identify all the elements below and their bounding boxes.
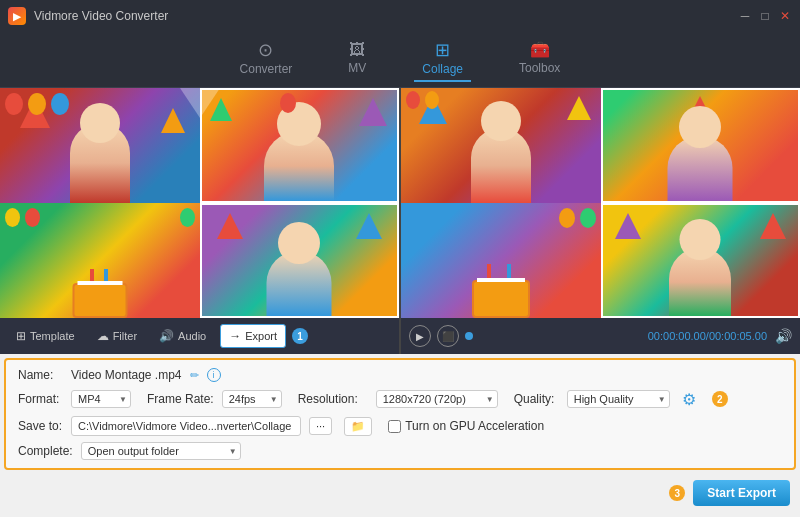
main-content: ⊞ Template ☁ Filter 🔊 Audio → Export 1 [0, 88, 800, 517]
time-display: 00:00:00.00/00:00:05.00 [648, 330, 767, 342]
export-footer: 3 Start Export [0, 474, 800, 512]
left-collage [0, 88, 399, 318]
toolbox-icon: 🧰 [530, 42, 550, 58]
template-label: Template [30, 330, 75, 342]
resolution-select[interactable]: 1280x720 (720p) 1920x1080 (1080p) [376, 390, 498, 408]
name-row: Name: Video Montage .mp4 ✏ i [18, 368, 782, 382]
nav-bar: ⊙ Converter 🖼 MV ⊞ Collage 🧰 Toolbox [0, 32, 800, 88]
nav-collage[interactable]: ⊞ Collage [414, 37, 471, 82]
resolution-label: Resolution: [298, 392, 368, 406]
minimize-button[interactable]: ─ [738, 9, 752, 23]
complete-select[interactable]: Open output folder Do nothing [81, 442, 241, 460]
complete-label: Complete: [18, 444, 73, 458]
progress-dot [465, 332, 473, 340]
title-bar: ▶ Vidmore Video Converter ─ □ ✕ [0, 0, 800, 32]
format-select[interactable]: MP4 AVI MOV [71, 390, 131, 408]
nav-toolbox[interactable]: 🧰 Toolbox [511, 38, 568, 81]
right-panel: ▶ ⬛ 00:00:00.00/00:00:05.00 🔊 [401, 88, 800, 354]
start-export-button[interactable]: Start Export [693, 480, 790, 506]
right-collage-cell-2 [601, 88, 801, 203]
folder-icon-button[interactable]: 📁 [344, 417, 372, 436]
collage-cell-2 [200, 88, 400, 203]
frame-rate-label: Frame Rate: [147, 392, 214, 406]
filter-button[interactable]: ☁ Filter [89, 325, 145, 347]
frame-rate-select[interactable]: 24fps 30fps 60fps [222, 390, 282, 408]
format-label: Format: [18, 392, 63, 406]
right-collage-cell-4 [601, 203, 801, 318]
export-badge: 1 [292, 328, 308, 344]
filter-label: Filter [113, 330, 137, 342]
dual-panels: ⊞ Template ☁ Filter 🔊 Audio → Export 1 [0, 88, 800, 354]
nav-converter[interactable]: ⊙ Converter [232, 37, 301, 82]
right-collage [401, 88, 800, 318]
nav-mv-label: MV [348, 61, 366, 75]
template-icon: ⊞ [16, 329, 26, 343]
stop-button[interactable]: ⬛ [437, 325, 459, 347]
export-icon: → [229, 329, 241, 343]
frame-rate-select-wrapper: 24fps 30fps 60fps [222, 390, 282, 408]
collage-cell-4 [200, 203, 400, 318]
bottom-section: Name: Video Montage .mp4 ✏ i Format: MP4… [0, 354, 800, 512]
export-label: Export [245, 330, 277, 342]
mv-icon: 🖼 [349, 42, 365, 58]
maximize-button[interactable]: □ [758, 9, 772, 23]
close-button[interactable]: ✕ [778, 9, 792, 23]
template-button[interactable]: ⊞ Template [8, 325, 83, 347]
play-button[interactable]: ▶ [409, 325, 431, 347]
nav-mv[interactable]: 🖼 MV [340, 38, 374, 81]
format-row: Format: MP4 AVI MOV Frame Rate: 24fps 30… [18, 388, 782, 410]
export-button[interactable]: → Export [220, 324, 286, 348]
audio-button[interactable]: 🔊 Audio [151, 325, 214, 347]
save-to-row: Save to: ··· 📁 Turn on GPU Acceleration [18, 416, 782, 436]
resolution-select-wrapper: 1280x720 (720p) 1920x1080 (1080p) [376, 390, 498, 408]
collage-cell-1 [0, 88, 200, 203]
right-collage-cell-1 [401, 88, 601, 203]
left-toolbar: ⊞ Template ☁ Filter 🔊 Audio → Export 1 [0, 318, 399, 354]
audio-icon: 🔊 [159, 329, 174, 343]
name-value: Video Montage .mp4 [71, 368, 182, 382]
complete-select-wrapper: Open output folder Do nothing [81, 442, 241, 460]
audio-label: Audio [178, 330, 206, 342]
info-icon[interactable]: i [207, 368, 221, 382]
app-title: Vidmore Video Converter [34, 9, 738, 23]
left-panel: ⊞ Template ☁ Filter 🔊 Audio → Export 1 [0, 88, 401, 354]
right-toolbar: ▶ ⬛ 00:00:00.00/00:00:05.00 🔊 [401, 318, 800, 354]
browse-button[interactable]: ··· [309, 417, 332, 435]
converter-icon: ⊙ [258, 41, 273, 59]
export-number-badge: 3 [669, 485, 685, 501]
nav-toolbox-label: Toolbox [519, 61, 560, 75]
save-to-label: Save to: [18, 419, 63, 433]
settings-panel: Name: Video Montage .mp4 ✏ i Format: MP4… [4, 358, 796, 470]
quality-label: Quality: [514, 392, 559, 406]
edit-icon[interactable]: ✏ [190, 369, 199, 382]
quality-select-wrapper: High Quality Medium Quality Low Quality [567, 390, 670, 408]
right-collage-cell-3 [401, 203, 601, 318]
gpu-checkbox-wrap: Turn on GPU Acceleration [388, 419, 544, 433]
gpu-label: Turn on GPU Acceleration [405, 419, 544, 433]
complete-row: Complete: Open output folder Do nothing [18, 442, 782, 460]
settings-badge: 2 [712, 391, 728, 407]
collage-cell-3 [0, 203, 200, 318]
volume-icon[interactable]: 🔊 [775, 328, 792, 344]
name-label: Name: [18, 368, 63, 382]
playback-controls: ▶ ⬛ [409, 325, 473, 347]
gpu-checkbox[interactable] [388, 420, 401, 433]
quality-select[interactable]: High Quality Medium Quality Low Quality [567, 390, 670, 408]
app-logo: ▶ [8, 7, 26, 25]
window-controls: ─ □ ✕ [738, 9, 792, 23]
nav-collage-label: Collage [422, 62, 463, 76]
quality-settings-button[interactable]: ⚙ [678, 388, 700, 410]
format-select-wrapper: MP4 AVI MOV [71, 390, 131, 408]
filter-icon: ☁ [97, 329, 109, 343]
collage-icon: ⊞ [435, 41, 450, 59]
save-path-input[interactable] [71, 416, 301, 436]
nav-converter-label: Converter [240, 62, 293, 76]
